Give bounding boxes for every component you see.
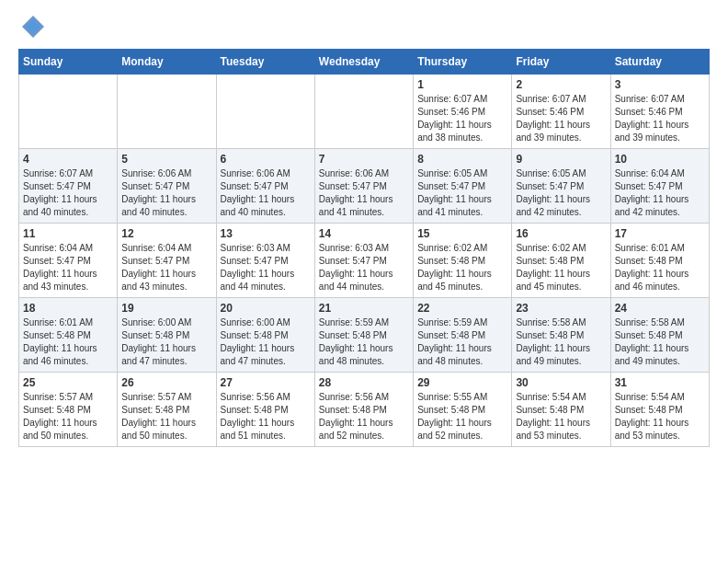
day-number: 31 [615,376,705,389]
day-cell: 3Sunrise: 6:07 AM Sunset: 5:46 PM Daylig… [610,75,709,149]
day-cell: 20Sunrise: 6:00 AM Sunset: 5:48 PM Dayli… [216,298,314,373]
day-cell: 26Sunrise: 5:57 AM Sunset: 5:48 PM Dayli… [118,373,216,447]
day-cell: 30Sunrise: 5:54 AM Sunset: 5:48 PM Dayli… [512,373,610,447]
day-info: Sunrise: 6:04 AM Sunset: 5:47 PM Dayligh… [121,242,211,293]
day-cell [19,75,118,149]
day-number: 2 [516,78,606,91]
day-cell: 17Sunrise: 6:01 AM Sunset: 5:48 PM Dayli… [610,224,709,298]
week-row-1: 1Sunrise: 6:07 AM Sunset: 5:46 PM Daylig… [19,75,710,149]
day-number: 20 [221,302,311,315]
day-cell: 28Sunrise: 5:56 AM Sunset: 5:48 PM Dayli… [314,373,413,447]
day-info: Sunrise: 5:57 AM Sunset: 5:48 PM Dayligh… [121,391,211,442]
day-cell: 11Sunrise: 6:04 AM Sunset: 5:47 PM Dayli… [19,224,118,298]
day-number: 1 [417,78,507,91]
day-cell: 23Sunrise: 5:58 AM Sunset: 5:48 PM Dayli… [512,298,610,373]
logo-icon [20,14,46,40]
week-row-2: 4Sunrise: 6:07 AM Sunset: 5:47 PM Daylig… [19,149,710,224]
day-info: Sunrise: 6:04 AM Sunset: 5:47 PM Dayligh… [23,242,113,293]
day-number: 7 [319,153,409,166]
weekday-header-thursday: Thursday [414,50,512,75]
day-number: 4 [23,153,113,166]
day-info: Sunrise: 6:05 AM Sunset: 5:47 PM Dayligh… [516,167,606,219]
day-info: Sunrise: 5:56 AM Sunset: 5:48 PM Dayligh… [221,391,311,442]
day-info: Sunrise: 6:02 AM Sunset: 5:48 PM Dayligh… [516,242,606,293]
day-info: Sunrise: 6:04 AM Sunset: 5:47 PM Dayligh… [615,167,705,219]
day-cell: 7Sunrise: 6:06 AM Sunset: 5:47 PM Daylig… [314,149,413,224]
day-number: 19 [121,302,211,315]
day-cell: 5Sunrise: 6:06 AM Sunset: 5:47 PM Daylig… [118,149,216,224]
weekday-header-friday: Friday [512,50,610,75]
day-cell: 13Sunrise: 6:03 AM Sunset: 5:47 PM Dayli… [216,224,314,298]
day-number: 13 [221,227,311,240]
day-info: Sunrise: 5:54 AM Sunset: 5:48 PM Dayligh… [615,391,705,442]
day-number: 5 [121,153,211,166]
week-row-5: 25Sunrise: 5:57 AM Sunset: 5:48 PM Dayli… [19,373,710,447]
calendar-header: SundayMondayTuesdayWednesdayThursdayFrid… [19,50,710,75]
day-number: 25 [23,376,113,389]
day-number: 14 [319,227,409,240]
day-number: 24 [615,302,705,315]
day-info: Sunrise: 5:56 AM Sunset: 5:48 PM Dayligh… [319,391,409,442]
day-info: Sunrise: 6:00 AM Sunset: 5:48 PM Dayligh… [121,316,211,368]
day-number: 16 [516,227,606,240]
day-number: 29 [417,376,507,389]
day-cell: 27Sunrise: 5:56 AM Sunset: 5:48 PM Dayli… [216,373,314,447]
day-info: Sunrise: 6:07 AM Sunset: 5:46 PM Dayligh… [615,93,705,144]
day-info: Sunrise: 6:00 AM Sunset: 5:48 PM Dayligh… [221,316,311,368]
day-number: 6 [221,153,311,166]
day-number: 27 [221,376,311,389]
day-info: Sunrise: 6:02 AM Sunset: 5:48 PM Dayligh… [417,242,507,293]
day-cell: 24Sunrise: 5:58 AM Sunset: 5:48 PM Dayli… [610,298,709,373]
day-number: 18 [23,302,113,315]
weekday-header-sunday: Sunday [19,50,118,75]
day-number: 8 [417,153,507,166]
day-number: 30 [516,376,606,389]
day-number: 26 [121,376,211,389]
day-number: 28 [319,376,409,389]
day-cell: 18Sunrise: 6:01 AM Sunset: 5:48 PM Dayli… [19,298,118,373]
calendar-table: SundayMondayTuesdayWednesdayThursdayFrid… [18,49,710,447]
day-info: Sunrise: 6:07 AM Sunset: 5:46 PM Dayligh… [417,93,507,144]
day-cell: 12Sunrise: 6:04 AM Sunset: 5:47 PM Dayli… [118,224,216,298]
day-info: Sunrise: 6:01 AM Sunset: 5:48 PM Dayligh… [23,316,113,368]
logo [18,18,46,40]
day-number: 11 [23,227,113,240]
day-cell: 25Sunrise: 5:57 AM Sunset: 5:48 PM Dayli… [19,373,118,447]
weekday-header-saturday: Saturday [610,50,709,75]
day-cell: 2Sunrise: 6:07 AM Sunset: 5:46 PM Daylig… [512,75,610,149]
page-header [18,18,710,40]
day-number: 9 [516,153,606,166]
day-info: Sunrise: 5:57 AM Sunset: 5:48 PM Dayligh… [23,391,113,442]
day-info: Sunrise: 5:55 AM Sunset: 5:48 PM Dayligh… [417,391,507,442]
day-number: 10 [615,153,705,166]
weekday-header-tuesday: Tuesday [216,50,314,75]
day-cell: 16Sunrise: 6:02 AM Sunset: 5:48 PM Dayli… [512,224,610,298]
day-cell: 31Sunrise: 5:54 AM Sunset: 5:48 PM Dayli… [610,373,709,447]
day-number: 22 [417,302,507,315]
week-row-3: 11Sunrise: 6:04 AM Sunset: 5:47 PM Dayli… [19,224,710,298]
day-cell [314,75,413,149]
day-info: Sunrise: 6:03 AM Sunset: 5:47 PM Dayligh… [221,242,311,293]
day-number: 17 [615,227,705,240]
weekday-header-wednesday: Wednesday [314,50,413,75]
day-cell: 14Sunrise: 6:03 AM Sunset: 5:47 PM Dayli… [314,224,413,298]
weekday-header-monday: Monday [118,50,216,75]
day-number: 21 [319,302,409,315]
day-info: Sunrise: 6:06 AM Sunset: 5:47 PM Dayligh… [221,167,311,219]
day-info: Sunrise: 5:59 AM Sunset: 5:48 PM Dayligh… [319,316,409,368]
day-number: 15 [417,227,507,240]
day-info: Sunrise: 5:58 AM Sunset: 5:48 PM Dayligh… [615,316,705,368]
weekday-header-row: SundayMondayTuesdayWednesdayThursdayFrid… [19,50,710,75]
day-info: Sunrise: 6:06 AM Sunset: 5:47 PM Dayligh… [319,167,409,219]
week-row-4: 18Sunrise: 6:01 AM Sunset: 5:48 PM Dayli… [19,298,710,373]
day-info: Sunrise: 6:06 AM Sunset: 5:47 PM Dayligh… [121,167,211,219]
day-cell: 4Sunrise: 6:07 AM Sunset: 5:47 PM Daylig… [19,149,118,224]
day-number: 12 [121,227,211,240]
day-cell [118,75,216,149]
day-number: 23 [516,302,606,315]
day-info: Sunrise: 5:58 AM Sunset: 5:48 PM Dayligh… [516,316,606,368]
day-info: Sunrise: 6:05 AM Sunset: 5:47 PM Dayligh… [417,167,507,219]
day-info: Sunrise: 5:54 AM Sunset: 5:48 PM Dayligh… [516,391,606,442]
day-cell: 15Sunrise: 6:02 AM Sunset: 5:48 PM Dayli… [414,224,512,298]
day-info: Sunrise: 5:59 AM Sunset: 5:48 PM Dayligh… [417,316,507,368]
